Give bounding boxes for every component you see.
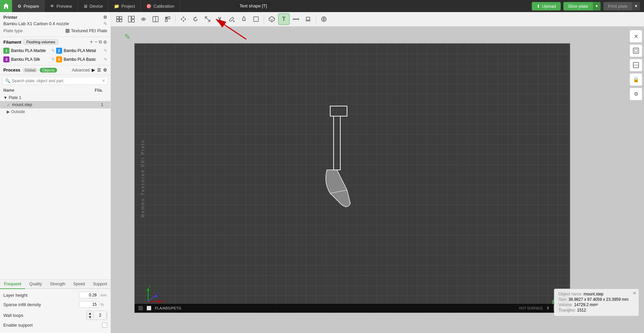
tag-objects[interactable]: Objects <box>40 68 57 73</box>
process-list-icon[interactable]: ☰ <box>97 67 101 73</box>
filament-name-3: Bambu PLA Silk <box>11 57 40 62</box>
filament-settings-button[interactable]: ⚙ <box>103 40 107 45</box>
search-bar[interactable]: 🔍 ✕ <box>3 77 108 85</box>
object-info-name: Object name: mount.step <box>558 292 629 296</box>
bed-label-text: Bambu Textured PEI Plate <box>140 139 145 217</box>
viewport[interactable]: ✎ Bambu Textured PEI Plate <box>111 27 644 333</box>
add-object-button[interactable] <box>114 13 125 25</box>
svg-rect-10 <box>165 17 167 19</box>
print-button[interactable]: Print plate <box>603 2 633 10</box>
advanced-label: Advanced <box>72 68 90 73</box>
tab-strength[interactable]: Strength <box>46 280 69 289</box>
tab-preview[interactable]: 👁 Preview <box>45 0 78 12</box>
sparse-infill-label: Sparse infill density <box>3 302 79 307</box>
filament-edit-1[interactable]: ✎ <box>51 48 55 53</box>
info-volume-label: Volume: <box>558 302 573 307</box>
filament-add-button[interactable]: + <box>90 39 93 45</box>
home-button[interactable] <box>0 0 12 12</box>
info-name-value: mount.step <box>584 292 603 296</box>
surface-icon-1: ⬆ <box>546 306 550 311</box>
settings-panel-button[interactable]: ⚙ <box>630 88 642 100</box>
svg-rect-31 <box>330 106 347 116</box>
bed-label: Bambu Textured PEI Plate <box>140 139 145 217</box>
filament-edit-4[interactable]: ✎ <box>104 57 107 62</box>
sparse-infill-unit: % <box>100 302 107 306</box>
tab-calibration-label: Calibration <box>154 4 174 9</box>
toggle-switch[interactable]: ▶ <box>92 67 95 73</box>
printer-section: Printer ⚙ Bambu Lab X1 Carbon 0.4 nozzle… <box>0 12 111 37</box>
filament-edit-2[interactable]: ✎ <box>104 48 107 53</box>
info-triangles-label: Triangles: <box>558 308 576 313</box>
wall-loops-row: Wall loops ▲▼ 2 <box>3 311 107 320</box>
outside-label: Outside <box>11 109 25 114</box>
print-bed: Bambu Textured PEI Plate <box>134 43 570 313</box>
tag-global[interactable]: Global <box>23 68 38 73</box>
tree-item-mount[interactable]: ✓ mount.step 1 <box>0 101 111 108</box>
wall-loops-spinner[interactable]: ▲▼ <box>87 311 93 320</box>
measure-button[interactable] <box>290 13 302 25</box>
wall-loops-value: 2 <box>93 312 107 318</box>
process-right: Advanced ▶ ☰ ⚙ <box>72 67 107 73</box>
close-panel-button[interactable]: ✕ <box>630 30 642 43</box>
text-shape-button[interactable]: T <box>278 13 290 25</box>
object-svg <box>313 103 374 217</box>
enable-support-checkbox[interactable] <box>102 323 107 328</box>
tab-prepare[interactable]: ⚙ Prepare <box>12 0 45 12</box>
tab-support[interactable]: Support <box>89 280 111 289</box>
tab-frequent[interactable]: Frequent <box>0 280 25 289</box>
tab-device[interactable]: 🖥 Device <box>78 0 109 12</box>
filament-badge-2: 2 <box>56 48 62 54</box>
svg-rect-4 <box>128 16 131 22</box>
prepare-icon: ⚙ <box>17 4 22 9</box>
printer-settings-icon[interactable]: ⚙ <box>103 15 107 20</box>
orient-button[interactable] <box>138 13 149 25</box>
slice-button[interactable]: Slice plate <box>563 2 593 10</box>
face-button[interactable] <box>250 13 262 25</box>
tab-calibration[interactable]: 🎯 Calibration <box>141 0 180 12</box>
flatten-button[interactable] <box>302 13 314 25</box>
rotate-button[interactable] <box>190 13 201 25</box>
upload-button[interactable]: ⬆ Upload <box>532 2 560 10</box>
object-info-close-button[interactable]: ✕ <box>633 290 637 296</box>
slice-dropdown[interactable]: ▼ <box>593 2 601 10</box>
process-settings-icon[interactable]: ⚙ <box>103 67 107 73</box>
tab-quality[interactable]: Quality <box>25 280 46 289</box>
filament-controls: + − ⧉ ⚙ <box>90 39 107 45</box>
view3d-button[interactable] <box>266 13 277 25</box>
plate-type-val[interactable]: Textured PEI Plate <box>66 28 107 33</box>
layer-height-field[interactable] <box>79 292 99 298</box>
sparse-infill-field[interactable] <box>79 301 99 308</box>
tree-group-plate1[interactable]: ▼ Plate 1 <box>0 94 111 101</box>
lock-button[interactable]: 🔒 <box>630 73 642 86</box>
filament-edit-3[interactable]: ✎ <box>51 57 55 62</box>
settings-body: Layer height mm Sparse infill density % <box>0 289 111 333</box>
tree-outside[interactable]: ▶ Outside <box>0 108 111 115</box>
cut-button[interactable] <box>214 13 225 25</box>
filament-copy-button[interactable]: ⧉ <box>99 39 102 45</box>
printer-edit-icon[interactable]: ✎ <box>103 21 107 26</box>
view-panel-button-1[interactable] <box>630 44 642 57</box>
scale-button[interactable] <box>202 13 213 25</box>
flushing-volumes-button[interactable]: Flushing volumes <box>23 39 58 45</box>
move-button[interactable] <box>178 13 189 25</box>
edit-pencil-icon[interactable]: ✎ <box>124 33 130 41</box>
plate-type-icon <box>66 29 70 33</box>
support-button[interactable] <box>238 13 250 25</box>
object-tree: 🔍 ✕ Name Fila. ▼ Plate 1 ✓ mount.step 1 … <box>0 75 111 279</box>
tab-speed[interactable]: Speed <box>69 280 89 289</box>
search-input[interactable] <box>12 79 102 83</box>
print-dropdown[interactable]: ▼ <box>632 2 640 10</box>
tab-project[interactable]: 📁 Project <box>109 0 140 12</box>
filament-remove-button[interactable]: − <box>94 39 97 45</box>
svg-rect-3 <box>120 19 122 22</box>
paint-button[interactable] <box>226 13 238 25</box>
svg-text:X: X <box>162 300 164 303</box>
network-button[interactable] <box>318 13 330 25</box>
enable-support-label: Enable support <box>3 323 102 328</box>
seq-print-button[interactable] <box>162 13 173 25</box>
arrange-button[interactable] <box>126 13 137 25</box>
filament-name-2: Bambu PLA Metal <box>64 48 96 53</box>
search-clear-icon[interactable]: ✕ <box>102 78 105 83</box>
bed-split-button[interactable] <box>150 13 161 25</box>
view-panel-button-2[interactable] <box>630 59 642 72</box>
